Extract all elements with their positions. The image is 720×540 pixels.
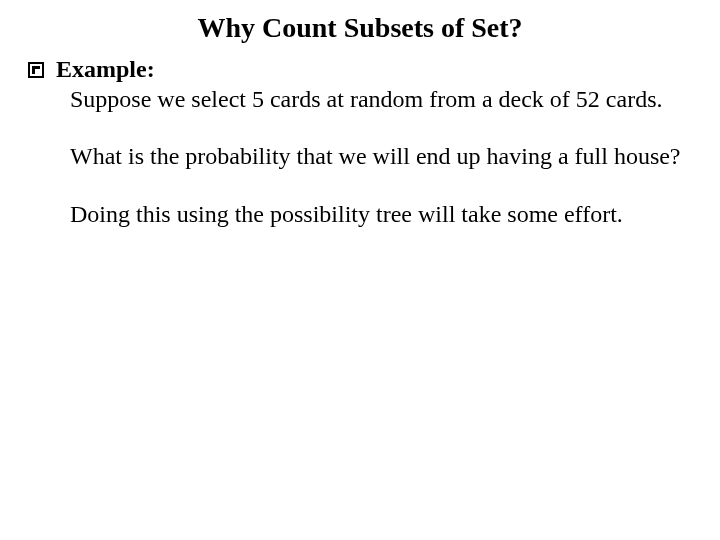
paragraph-1: Suppose we select 5 cards at random from…: [70, 85, 692, 114]
paragraph-3: Doing this using the possibility tree wi…: [70, 200, 692, 229]
example-heading-row: Example:: [28, 56, 692, 83]
square-bullet-icon: [28, 62, 44, 78]
slide-title: Why Count Subsets of Set?: [28, 12, 692, 44]
example-label: Example:: [56, 56, 155, 83]
paragraph-2: What is the probability that we will end…: [70, 142, 692, 171]
body-text: Suppose we select 5 cards at random from…: [70, 85, 692, 229]
